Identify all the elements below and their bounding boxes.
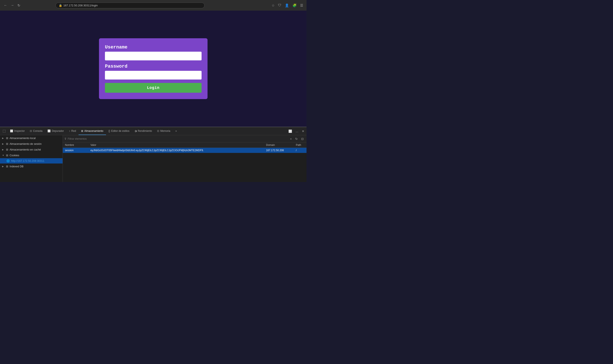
url-text: 167.172.50.208:30311/login [63,4,98,7]
expand-icon-indexed-db: ▶ [2,165,5,168]
menu-button[interactable]: ☰ [299,2,304,8]
browser-chrome: ← → ↻ 🔒 167.172.50.208:30311/login ☆ 🛡 👤… [0,0,306,11]
col-header-value: Valor [88,143,264,148]
tab-inspector[interactable]: ⬜ Inspector [7,127,27,135]
tab-debugger[interactable]: ⬜ Depurador [45,127,67,135]
refresh-button[interactable]: ↻ [16,2,22,8]
local-storage-icon: ⊞ [6,136,8,140]
expand-icon: ▶ [2,137,5,139]
username-input[interactable] [105,52,202,60]
password-label: Password [105,64,202,69]
col-header-path: Path [294,143,306,148]
sidebar-item-local-storage-label: Almacenamiento local [10,137,36,140]
login-button[interactable]: Login [105,83,202,93]
tab-memory[interactable]: ⊡ Memoria [154,127,173,135]
memory-tab-label: Memoria [160,130,170,132]
cookie-value: eyJhbGciOiJOT05FIiwidHlwIjoiSldUIln0.eyJ… [88,148,264,153]
devtools-table: Nombre Valor Domain Path session eyJhbGc… [63,143,306,182]
storage-tab-icon: ⊞ [81,130,83,132]
sidebar-item-cookies[interactable]: ▼ ⊞ Cookies [0,153,63,158]
sidebar-item-cache-storage-label: Almacenamiento en caché [10,148,41,151]
overflow-button[interactable]: … [294,129,300,134]
cookie-name: session [63,148,88,153]
browser-actions: ☆ 🛡 👤 🧩 ☰ [271,2,304,8]
sidebar-item-session-storage-label: Almacenamiento de sesión [10,143,41,145]
page-content: Username Password Login [0,11,306,127]
more-tabs-icon: » [175,130,177,132]
filter-input[interactable] [68,137,288,140]
lock-icon: 🔒 [59,4,62,7]
cookie-path: / [294,148,306,153]
username-label: Username [105,45,202,50]
cookies-icon: ⊞ [6,154,8,157]
devtools-tabs: ⬚ ⬜ Inspector ⊡ Consola ⬜ Depurador ↕ Re… [0,127,306,135]
shield-button[interactable]: 🛡 [277,2,282,8]
expand-icon-session: ▶ [2,143,5,145]
sidebar-item-local-storage[interactable]: ▶ ⊞ Almacenamiento local [0,135,63,141]
storage-tab-label: Almacenamiento [84,130,103,132]
address-bar[interactable]: 🔒 167.172.50.208:30311/login [55,2,204,8]
tab-performance[interactable]: ◑ Rendimiento [132,127,154,135]
network-tab-icon: ↕ [69,130,70,132]
forward-button[interactable]: → [9,2,15,8]
tab-more[interactable]: » [173,127,179,135]
console-tab-icon: ⊡ [30,130,32,132]
nav-buttons: ← → ↻ [2,2,22,8]
table-row[interactable]: session eyJhbGciOiJOT05FIiwidHlwIjoiSldU… [63,148,306,153]
tab-picker[interactable]: ⬚ [1,127,7,135]
sidebar-item-cookies-label: Cookies [10,154,19,157]
close-devtools-button[interactable]: ✕ [300,129,306,134]
tab-network[interactable]: ↕ Red [67,127,79,135]
filter-icon: ⊽ [65,137,67,140]
dock-button[interactable]: ⬜ [287,129,293,134]
bookmark-button[interactable]: ☆ [271,2,275,8]
col-header-name: Nombre [63,143,88,148]
profile-button[interactable]: 👤 [284,2,290,8]
style-editor-tab-label: Editor de estilos [111,130,129,132]
debugger-tab-icon: ⬜ [47,130,51,132]
back-button[interactable]: ← [2,2,9,8]
style-editor-tab-icon: {} [109,130,110,132]
tab-console[interactable]: ⊡ Consola [27,127,45,135]
indexed-db-icon: ⊞ [6,165,8,168]
performance-tab-label: Rendimiento [138,130,152,132]
inspector-tab-icon: ⬜ [10,130,13,132]
picker-icon: ⬚ [2,129,6,133]
devtools-tab-actions: ⬜ … ✕ [287,129,306,134]
extensions-button[interactable]: 🧩 [292,2,298,8]
cache-storage-icon: ⊞ [6,148,8,151]
sidebar-item-session-storage[interactable]: ▶ ⊞ Almacenamiento de sesión [0,141,63,147]
session-storage-icon: ⊞ [6,142,8,145]
sidebar-item-indexed-db[interactable]: ▶ ⊞ Indexed DB [0,164,63,169]
sidebar-item-cookies-url-label: http://167.172.50.208:30311 [11,159,44,162]
console-tab-label: Consola [33,130,42,132]
tab-storage[interactable]: ⊞ Almacenamiento [79,127,106,135]
expand-icon-cookies: ▼ [2,154,5,156]
devtools-panel: ⬚ ⬜ Inspector ⊡ Consola ⬜ Depurador ↕ Re… [0,127,306,182]
network-tab-label: Red [71,130,76,132]
debugger-tab-label: Depurador [52,130,64,132]
col-header-domain: Domain [264,143,294,148]
add-record-button[interactable]: + [289,136,293,141]
globe-icon: 🌐 [6,159,10,162]
sidebar-item-cookies-url[interactable]: 🌐 http://167.172.50.208:30311 [0,158,63,164]
performance-tab-icon: ◑ [135,130,137,132]
devtools-toolbar: ⊽ + ↻ ⊡ [63,135,306,143]
devtools-sidebar: ▶ ⊞ Almacenamiento local ▶ ⊞ Almacenamie… [0,135,63,182]
cookie-domain: 167.172.50.208 [264,148,294,153]
login-card: Username Password Login [99,38,207,99]
expand-icon-cache: ▶ [2,148,5,151]
delete-record-button[interactable]: ⊡ [300,136,305,141]
tab-style-editor[interactable]: {} Editor de estilos [106,127,132,135]
memory-tab-icon: ⊡ [157,130,159,132]
devtools-main: ⊽ + ↻ ⊡ Nombre Valor Domain Path [63,135,306,182]
refresh-records-button[interactable]: ↻ [294,136,299,141]
sidebar-item-cache-storage[interactable]: ▶ ⊞ Almacenamiento en caché [0,147,63,153]
inspector-tab-label: Inspector [14,130,25,132]
sidebar-item-indexed-db-label: Indexed DB [10,165,23,168]
devtools-body: ▶ ⊞ Almacenamiento local ▶ ⊞ Almacenamie… [0,135,306,182]
password-input[interactable] [105,71,202,79]
